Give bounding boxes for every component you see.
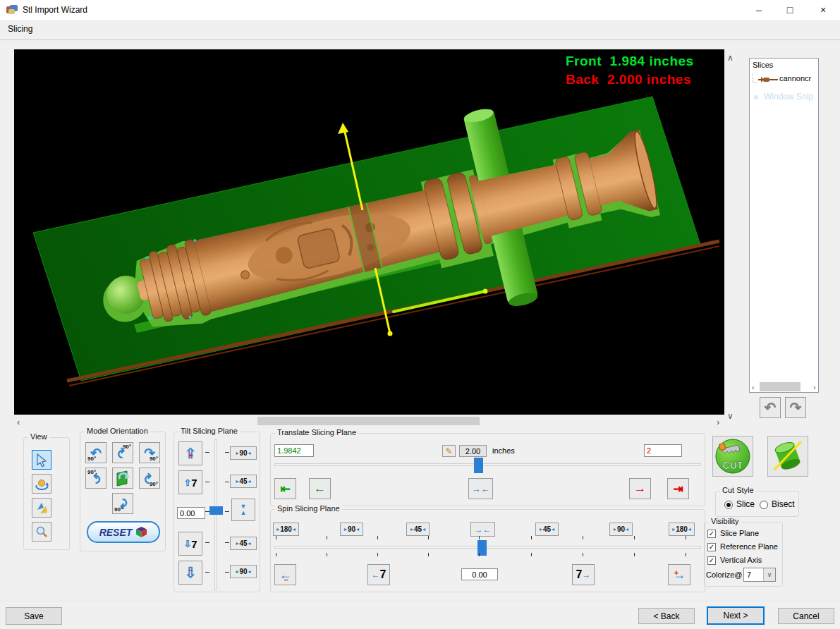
- spin-cw-7-button[interactable]: 7 →: [572, 564, 595, 585]
- cursor-icon: [35, 453, 48, 467]
- undo-icon: ↶: [765, 399, 777, 416]
- hscroll-thumb[interactable]: [257, 417, 480, 425]
- tilt-angle-field[interactable]: [177, 507, 205, 519]
- tree-branch: [753, 74, 757, 83]
- spin-group: Spin Slicing Plane ▸180◂ ▸90◂ ▸45◂ →← ▸4…: [270, 509, 705, 592]
- cube-icon: [135, 526, 147, 538]
- edit-step-button[interactable]: ✎: [442, 445, 456, 457]
- slices-list[interactable]: Slices cannoncr Window Snip ‹ ›: [749, 58, 819, 393]
- tilt-snap-90-up-button[interactable]: ▸90◂: [230, 446, 257, 460]
- slice-item-label[interactable]: cannoncr: [779, 74, 811, 83]
- roll-right-90-button[interactable]: ↷ 90°: [139, 468, 160, 489]
- vscroll-down-icon[interactable]: ∨: [727, 412, 734, 420]
- cancel-button[interactable]: Cancel: [778, 608, 834, 624]
- spin-angle-field[interactable]: [461, 568, 498, 580]
- tilt-snap-45-down-button[interactable]: ▸45◂: [230, 537, 257, 550]
- reference-plane-checkbox[interactable]: ✓: [707, 543, 716, 551]
- hscroll-right-icon[interactable]: ›: [717, 417, 719, 427]
- reference-plane-checkbox-label[interactable]: Reference Plane: [720, 542, 778, 551]
- bisect-radio-label[interactable]: Bisect: [772, 499, 795, 509]
- spin-ccw-7-button[interactable]: ← 7: [367, 564, 390, 585]
- select-tool-button[interactable]: [32, 450, 51, 470]
- spin-snap-180-right-button[interactable]: ▸180◂: [669, 523, 695, 536]
- front-distance-readout: Front 1.984 inches: [566, 54, 694, 69]
- reset-label: RESET: [99, 527, 133, 538]
- vertical-axis-checkbox[interactable]: ✓: [707, 556, 716, 565]
- zoom-view-button[interactable]: [32, 522, 51, 542]
- dropdown-arrow-icon[interactable]: ∨: [763, 568, 775, 581]
- vscroll-up-icon[interactable]: ∧: [727, 54, 734, 62]
- spin-zero-button[interactable]: →←: [470, 522, 495, 537]
- cut-cylinder-button[interactable]: [767, 436, 808, 477]
- translate-center-button[interactable]: →←: [468, 478, 493, 499]
- roll-left-90-button[interactable]: ↶ 90°: [85, 468, 106, 489]
- translate-to-back-button[interactable]: ⇥: [667, 478, 689, 499]
- colorize-dropdown[interactable]: 7 ∨: [743, 568, 776, 582]
- slices-scroll-thumb[interactable]: [760, 382, 801, 391]
- spin-snap-45-right-button[interactable]: ▸45◂: [535, 523, 559, 536]
- spin-snap-180-left-button[interactable]: ▸180◂: [273, 523, 299, 536]
- vertical-axis-checkbox-label[interactable]: Vertical Axis: [720, 556, 762, 564]
- right-arrow-icon: →: [634, 482, 646, 496]
- cut-style-group: Cut Style Slice Bisect: [715, 491, 799, 517]
- redo-button[interactable]: ↷: [785, 397, 806, 418]
- rotate-view-button[interactable]: [32, 474, 51, 494]
- back-button[interactable]: < Back: [638, 608, 695, 624]
- slice-radio-label[interactable]: Slice: [736, 499, 755, 509]
- spin-snap-90-right-button[interactable]: ▸90◂: [609, 523, 633, 536]
- tilt-snap-90-down-button[interactable]: ▸90◂: [230, 565, 257, 578]
- cut-button[interactable]: CUT: [712, 436, 753, 477]
- tilt-down-large-button[interactable]: ⇩ −: [178, 561, 202, 585]
- ghost-window-snip-label: Window Snip: [764, 92, 813, 102]
- reset-orientation-button[interactable]: RESET: [87, 521, 160, 543]
- translate-position-field[interactable]: [274, 444, 314, 457]
- slices-scroll-left-icon[interactable]: ‹: [752, 384, 755, 391]
- minimize-button[interactable]: –: [743, 0, 774, 20]
- slice-plane-checkbox-label[interactable]: Slice Plane: [720, 529, 759, 537]
- slices-scroll-right-icon[interactable]: ›: [813, 384, 816, 391]
- undo-button[interactable]: ↶: [760, 397, 781, 418]
- app-icon: [6, 4, 18, 16]
- tilt-slider-track[interactable]: [214, 439, 217, 590]
- tilt-down-7-button[interactable]: ⇩ 7: [178, 532, 202, 556]
- slice-thumbnail-icon: [757, 76, 779, 83]
- slice-plane-checkbox[interactable]: ✓: [707, 530, 716, 538]
- slice-count-field[interactable]: [644, 444, 682, 457]
- tilt-zero-button[interactable]: ▼ ▲: [231, 499, 255, 521]
- spin-snap-45-left-button[interactable]: ▸45◂: [406, 523, 430, 536]
- rotate-ccw-90-button[interactable]: ↶ 90°: [85, 442, 106, 463]
- translate-back-step-button[interactable]: ←: [309, 478, 331, 499]
- translate-group-label: Translate Slicing Plane: [275, 428, 358, 436]
- spin-slider-track[interactable]: [274, 546, 701, 549]
- left-arrow-icon: ←: [314, 482, 326, 496]
- viewport-3d[interactable]: [14, 49, 724, 415]
- tilt-away-90-button[interactable]: ↷ 90°: [112, 442, 133, 463]
- tilt-up-7-button[interactable]: ⇧ 7: [178, 470, 202, 494]
- close-button[interactable]: ×: [808, 0, 839, 20]
- spin-ccw-large-button[interactable]: ← −: [274, 564, 296, 585]
- step-value-box[interactable]: 2.00: [459, 445, 487, 457]
- next-button[interactable]: Next >: [707, 606, 765, 625]
- bisect-radio[interactable]: [760, 501, 768, 509]
- tilt-snap-45-up-button[interactable]: ▸45◂: [230, 475, 257, 488]
- translate-slider-track[interactable]: [274, 463, 701, 466]
- save-button[interactable]: Save: [6, 607, 62, 625]
- translate-slider-thumb[interactable]: [474, 458, 483, 473]
- cut-style-label: Cut Style: [720, 486, 756, 494]
- maximize-button[interactable]: □: [774, 0, 805, 20]
- cut-icon: CUT: [714, 438, 751, 475]
- pan-view-button[interactable]: [32, 498, 51, 518]
- translate-forward-step-button[interactable]: →: [629, 478, 651, 499]
- tilt-up-large-button[interactable]: ⇧ +: [178, 441, 202, 465]
- translate-to-front-button[interactable]: ⇤: [274, 478, 296, 499]
- spin-cw-large-button[interactable]: → +: [668, 564, 690, 585]
- rotate-cw-90-button[interactable]: ↷ 90°: [139, 442, 160, 463]
- spin-snap-90-left-button[interactable]: ▸90◂: [340, 523, 363, 536]
- rotate-plane-face-button[interactable]: [112, 468, 133, 489]
- menu-slicing[interactable]: Slicing: [8, 24, 32, 34]
- up-arrow-icon: ⇧: [183, 477, 191, 488]
- tilt-slider-thumb[interactable]: [209, 506, 223, 515]
- hscroll-left-icon[interactable]: ‹: [17, 417, 20, 427]
- tilt-toward-90-button[interactable]: ↷ 90°: [112, 493, 133, 514]
- slice-radio[interactable]: [724, 501, 733, 509]
